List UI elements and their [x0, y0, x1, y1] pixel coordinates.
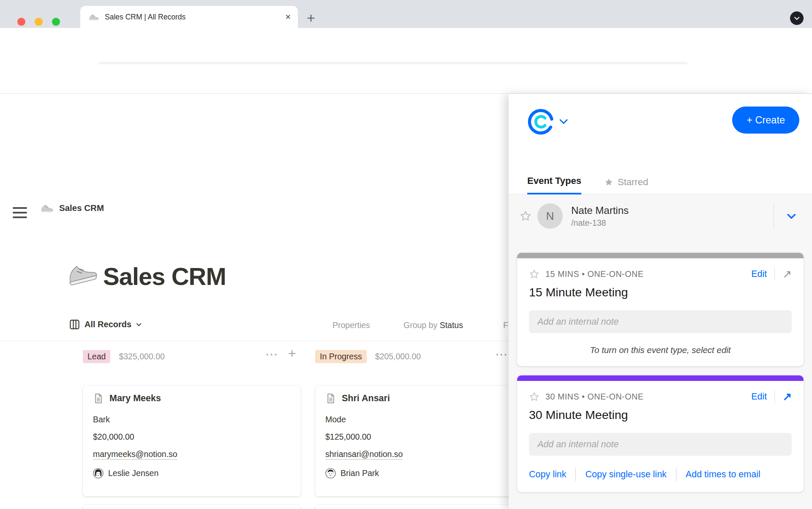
column-menu-icon[interactable]: ⋯ [265, 347, 278, 361]
toolbar-divider [0, 341, 509, 341]
page-icon [325, 393, 336, 404]
event-type-card[interactable]: 15 MINS • ONE-ON-ONE Edit ↗ 15 Minute Me… [517, 253, 804, 366]
view-switcher[interactable]: All Records [69, 319, 142, 330]
close-tab-icon[interactable]: ✕ [285, 13, 291, 22]
copy-single-use-link-button[interactable]: Copy single-use link [585, 469, 666, 480]
filter-button[interactable]: F [503, 320, 508, 330]
record-name: Shri Ansari [342, 393, 390, 404]
row-divider [774, 203, 774, 230]
divider [575, 468, 576, 481]
record-card[interactable]: Edwin Chan Tims $50,000.00 edwin@notion.… [315, 505, 509, 509]
company-field: Bark [93, 415, 291, 424]
divider [774, 390, 775, 403]
sneaker-icon [41, 204, 53, 212]
star-icon [604, 178, 613, 187]
event-hint: To turn on this event type, select edit [529, 345, 792, 355]
group-by-button[interactable]: Group by Status [403, 320, 463, 330]
user-name: Nate Martins [571, 205, 629, 216]
sneaker-favicon [89, 14, 99, 20]
column-sum: $325,000.00 [119, 352, 164, 361]
page-sneaker-emoji[interactable] [64, 260, 99, 287]
chevron-down-icon [559, 119, 568, 125]
record-card[interactable]: Summer Ellis Boardly $30,000.00 summer.e… [83, 505, 301, 509]
minimize-window-button[interactable] [35, 18, 43, 26]
divider [676, 468, 676, 481]
event-type-card[interactable]: 30 MINS • ONE-ON-ONE Edit ↗ 30 Minute Me… [517, 375, 804, 492]
open-external-icon[interactable]: ↗ [782, 391, 792, 402]
owner-avatar [325, 468, 336, 479]
status-badge: In Progress [315, 350, 367, 363]
add-card-icon[interactable]: + [288, 346, 296, 361]
event-actions: Copy link Copy single-use link Add times… [529, 468, 792, 481]
tab-starred[interactable]: Starred [604, 177, 648, 194]
user-row[interactable]: N Nate Martins /nate-138 [509, 194, 812, 238]
page-icon [93, 393, 104, 404]
star-icon[interactable] [529, 269, 540, 279]
event-meta: 15 MINS • ONE-ON-ONE [545, 269, 643, 279]
chevron-down-icon [136, 321, 142, 328]
bookmarks-bar: Apps Reading List [0, 64, 812, 94]
event-accent-bar [517, 253, 804, 258]
owner-field: Brian Park [325, 468, 509, 479]
copy-link-button[interactable]: Copy link [529, 469, 566, 480]
notion-page: Sales CRM Sales CRM All Records Properti… [0, 94, 509, 509]
record-name: Mary Meeks [109, 393, 161, 404]
tab-event-types[interactable]: Event Types [527, 175, 581, 194]
column-header-in-progress[interactable]: In Progress $205,000.00 [315, 350, 421, 363]
event-accent-bar [517, 375, 804, 381]
record-card[interactable]: Mary Meeks Bark $20,000.00 marymeeks@not… [83, 386, 301, 496]
internal-note-input[interactable] [529, 310, 792, 333]
tab-search-button[interactable] [790, 11, 804, 25]
owner-avatar [93, 468, 104, 479]
column-menu-icon[interactable]: ⋯ [495, 347, 508, 361]
maximize-window-button[interactable] [52, 18, 60, 26]
company-field: Mode [325, 415, 509, 424]
edit-link[interactable]: Edit [751, 391, 767, 402]
breadcrumb-title: Sales CRM [59, 203, 104, 213]
status-badge: Lead [83, 350, 110, 363]
star-icon[interactable] [529, 391, 540, 402]
open-external-icon[interactable]: ↗ [782, 268, 792, 279]
calendly-logo [527, 108, 554, 135]
email-field[interactable]: marymeeks@notion.so [93, 449, 291, 459]
record-card[interactable]: Shri Ansari Mode $125,000.00 shriansari@… [315, 386, 509, 496]
column-header-lead[interactable]: Lead $325,000.00 [83, 350, 165, 363]
calendly-extension-panel: + Create Event Types Starred N Nate Mart… [509, 94, 812, 509]
close-window-button[interactable] [17, 18, 25, 26]
page-title: Sales CRM [103, 262, 226, 290]
tab-title: Sales CRM | All Records [105, 13, 285, 22]
calendly-account-menu[interactable] [527, 108, 568, 135]
user-handle: /nate-138 [571, 218, 629, 228]
event-title: 15 Minute Meeting [529, 285, 792, 299]
event-title: 30 Minute Meeting [529, 408, 792, 422]
properties-button[interactable]: Properties [332, 320, 370, 330]
breadcrumb[interactable]: Sales CRM [41, 203, 104, 213]
email-field[interactable]: shriansari@notion.so [325, 449, 509, 459]
new-tab-button[interactable]: + [307, 10, 315, 26]
expand-chevron-icon[interactable] [786, 211, 797, 222]
view-name: All Records [84, 320, 131, 329]
sidebar-menu-button[interactable] [13, 207, 27, 218]
amount-field: $20,000.00 [93, 432, 291, 442]
owner-field: Leslie Jensen [93, 468, 291, 479]
panel-tabs: Event Types Starred [509, 167, 812, 194]
event-meta: 30 MINS • ONE-ON-ONE [545, 392, 643, 402]
chevron-down-icon [793, 15, 800, 22]
tab-strip: Sales CRM | All Records ✕ + [0, 0, 812, 28]
add-times-to-email-button[interactable]: Add times to email [686, 469, 760, 480]
amount-field: $125,000.00 [325, 432, 509, 442]
browser-toolbar: notion.so/camacme/6de9fb7454454344a80877… [0, 28, 812, 64]
user-avatar: N [537, 203, 563, 229]
edit-link[interactable]: Edit [751, 269, 767, 279]
star-icon[interactable] [520, 210, 531, 222]
divider [774, 268, 775, 280]
board-view-icon [69, 319, 80, 330]
internal-note-input[interactable] [529, 433, 792, 456]
browser-tab[interactable]: Sales CRM | All Records ✕ [80, 6, 298, 28]
create-button[interactable]: + Create [732, 107, 799, 134]
column-sum: $205,000.00 [375, 352, 421, 361]
